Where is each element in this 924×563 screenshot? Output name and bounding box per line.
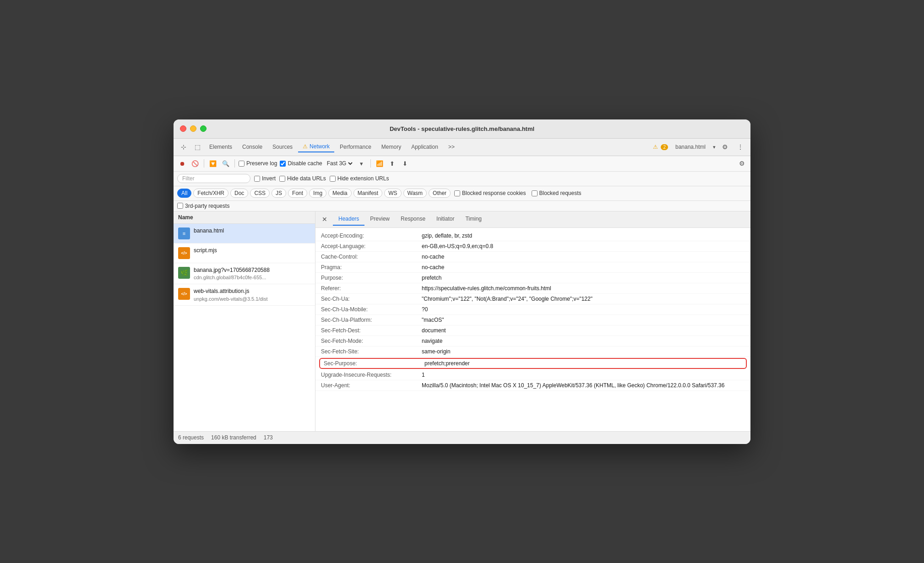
detail-tab-initiator[interactable]: Initiator: [431, 213, 460, 226]
hide-extension-urls-label[interactable]: Hide extension URLs: [330, 175, 389, 182]
settings-icon[interactable]: ⚙: [718, 141, 731, 153]
network-settings-icon[interactable]: ⚙: [737, 158, 747, 168]
preserve-log-label[interactable]: Preserve log: [239, 160, 277, 167]
file-list-header: Name: [174, 211, 315, 224]
third-party-bar: 3rd-party requests: [174, 201, 750, 211]
tab-elements[interactable]: Elements: [205, 142, 237, 152]
detail-close-button[interactable]: ✕: [319, 214, 330, 225]
search-icon[interactable]: 🔍: [221, 158, 231, 168]
main-content: Name ≡banana.html</>script.mjs🌿banana.jp…: [174, 211, 750, 431]
disable-cache-label[interactable]: Disable cache: [280, 160, 322, 167]
header-name: Referer:: [321, 285, 422, 292]
header-row: Sec-Fetch-Mode:navigate: [315, 336, 750, 346]
maximize-button[interactable]: [200, 125, 207, 132]
detail-tab-preview[interactable]: Preview: [364, 213, 395, 226]
tab-sources[interactable]: Sources: [268, 142, 297, 152]
more-options-icon[interactable]: ⋮: [734, 141, 747, 153]
page-dropdown-icon[interactable]: ▾: [713, 144, 716, 150]
record-stop-button[interactable]: ⏺: [177, 158, 187, 168]
warning-badge-icon: ⚠: [653, 144, 658, 150]
type-button-fetch/xhr[interactable]: Fetch/XHR: [193, 189, 228, 198]
tab-network[interactable]: ⚠ Network: [298, 141, 334, 152]
hide-data-urls-label[interactable]: Hide data URLs: [279, 175, 326, 182]
tab-console[interactable]: Console: [238, 142, 267, 152]
device-icon[interactable]: ⬚: [191, 141, 204, 153]
file-list: Name ≡banana.html</>script.mjs🌿banana.jp…: [174, 211, 315, 431]
filter-input[interactable]: [177, 174, 250, 183]
blocked-cookies-checkbox[interactable]: [454, 190, 460, 196]
file-item[interactable]: </>script.mjs: [174, 244, 315, 263]
wifi-icon[interactable]: 📶: [375, 158, 385, 168]
invert-label[interactable]: Invert: [254, 175, 276, 182]
header-value: no-cache: [422, 254, 444, 260]
window-title: DevTools - speculative-rules.glitch.me/b…: [390, 125, 534, 132]
header-row: Sec-Ch-Ua-Mobile:?0: [315, 304, 750, 315]
header-row: Accept-Language:en-GB,en-US;q=0.9,en;q=0…: [315, 241, 750, 252]
request-count: 6 requests: [178, 434, 204, 441]
disable-cache-checkbox[interactable]: [280, 161, 286, 167]
type-button-manifest[interactable]: Manifest: [353, 189, 382, 198]
file-item[interactable]: </>web-vitals.attribution.jsunpkg.com/we…: [174, 284, 315, 306]
warning-count: 2: [661, 144, 668, 150]
type-button-ws[interactable]: WS: [384, 189, 401, 198]
type-button-doc[interactable]: Doc: [230, 189, 248, 198]
tab-memory[interactable]: Memory: [377, 142, 406, 152]
header-row: Cache-Control:no-cache: [315, 252, 750, 262]
cursor-icon[interactable]: ⊹: [177, 141, 190, 153]
file-name: banana.html: [194, 227, 224, 235]
header-name: Purpose:: [321, 275, 422, 281]
hide-extension-urls-checkbox[interactable]: [330, 176, 336, 182]
file-item[interactable]: ≡banana.html: [174, 224, 315, 244]
hide-data-urls-checkbox[interactable]: [279, 176, 285, 182]
type-button-wasm[interactable]: Wasm: [403, 189, 427, 198]
file-name: banana.jpg?v=1705668720588: [194, 267, 270, 274]
file-name: script.mjs: [194, 247, 217, 254]
preserve-log-checkbox[interactable]: [239, 161, 245, 167]
tab-more[interactable]: >>: [444, 142, 459, 152]
headers-content: Accept-Encoding:gzip, deflate, br, zstdA…: [315, 228, 750, 431]
blocked-cookies-label[interactable]: Blocked response cookies: [454, 190, 526, 196]
detail-tab-headers[interactable]: Headers: [333, 213, 364, 226]
type-button-img[interactable]: Img: [309, 189, 326, 198]
clear-button[interactable]: 🚫: [190, 158, 200, 168]
minimize-button[interactable]: [190, 125, 196, 132]
type-button-css[interactable]: CSS: [250, 189, 270, 198]
third-party-label[interactable]: 3rd-party requests: [177, 203, 229, 209]
header-value: https://speculative-rules.glitch.me/comm…: [422, 285, 551, 292]
header-name: Sec-Ch-Ua:: [321, 296, 422, 302]
filter-icon[interactable]: 🔽: [208, 158, 218, 168]
header-row: Purpose:prefetch: [315, 273, 750, 283]
export-icon[interactable]: ⬇: [400, 158, 410, 168]
blocked-requests-checkbox[interactable]: [532, 190, 538, 196]
header-row: Sec-Ch-Ua:"Chromium";v="122", "Not(A:Bra…: [315, 294, 750, 304]
type-buttons: AllFetch/XHRDocCSSJSFontImgMediaManifest…: [177, 189, 451, 198]
headers-container: Accept-Encoding:gzip, deflate, br, zstdA…: [315, 231, 750, 391]
detail-tab-timing[interactable]: Timing: [460, 213, 487, 226]
header-row: Sec-Purpose:prefetch;prerender: [319, 358, 747, 369]
import-icon[interactable]: ⬆: [387, 158, 397, 168]
detail-tab-response[interactable]: Response: [395, 213, 431, 226]
invert-checkbox[interactable]: [254, 176, 260, 182]
type-button-all[interactable]: All: [177, 189, 191, 198]
close-button[interactable]: [180, 125, 186, 132]
extra-info: 173: [264, 434, 273, 441]
throttle-dropdown-icon[interactable]: ▾: [357, 158, 367, 168]
header-name: Cache-Control:: [321, 254, 422, 260]
tab-application[interactable]: Application: [407, 142, 443, 152]
header-value: en-GB,en-US;q=0.9,en;q=0.8: [422, 243, 493, 249]
filter-bar: Invert Hide data URLs Hide extension URL…: [174, 172, 750, 186]
type-button-media[interactable]: Media: [328, 189, 352, 198]
tab-performance[interactable]: Performance: [335, 142, 376, 152]
page-selector[interactable]: banana.html: [671, 142, 710, 152]
type-button-js[interactable]: JS: [272, 189, 286, 198]
file-item[interactable]: 🌿banana.jpg?v=1705668720588cdn.glitch.gl…: [174, 263, 315, 285]
header-row: User-Agent:Mozilla/5.0 (Macintosh; Intel…: [315, 380, 750, 391]
header-name: Sec-Fetch-Dest:: [321, 327, 422, 334]
blocked-requests-label[interactable]: Blocked requests: [532, 190, 582, 196]
type-button-font[interactable]: Font: [288, 189, 307, 198]
header-name: Upgrade-Insecure-Requests:: [321, 372, 422, 378]
toolbar-separator-1: [204, 159, 204, 168]
throttle-select[interactable]: Fast 3G: [325, 160, 354, 167]
third-party-checkbox[interactable]: [177, 203, 183, 209]
type-button-other[interactable]: Other: [429, 189, 451, 198]
